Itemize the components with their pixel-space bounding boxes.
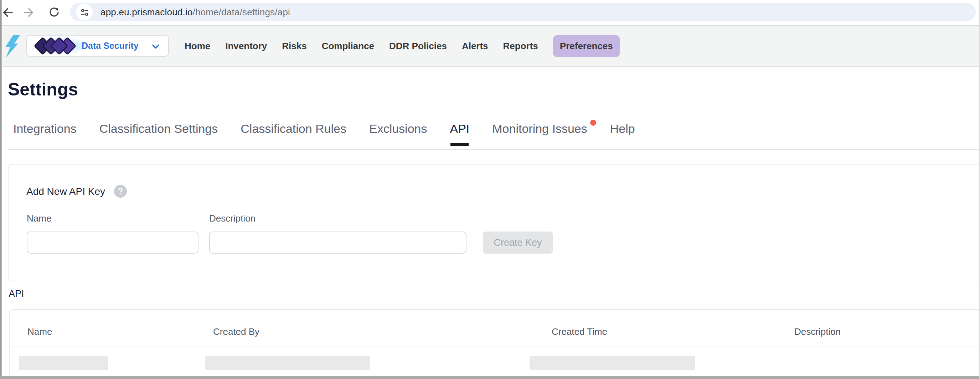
- description-field-label: Description: [209, 213, 256, 224]
- table-header-row: Name Created By Created Time Description: [10, 310, 980, 347]
- nav-item-compliance[interactable]: Compliance: [322, 41, 374, 52]
- add-api-key-card: Add New API Key ? Name Description Creat…: [8, 164, 980, 281]
- top-nav: Home Inventory Risks Compliance DDR Poli…: [185, 26, 620, 66]
- tab-api[interactable]: API: [450, 122, 469, 146]
- site-settings-icon[interactable]: [76, 4, 93, 20]
- tab-classification-rules[interactable]: Classification Rules: [240, 122, 346, 146]
- four-diamonds-icon: [37, 40, 74, 52]
- window-bottom-edge: [0, 376, 980, 379]
- nav-item-inventory[interactable]: Inventory: [225, 41, 267, 52]
- url-domain: app.eu.prismacloud.io: [100, 7, 193, 18]
- page-title: Settings: [8, 79, 78, 100]
- product-switcher[interactable]: Data Security: [26, 35, 169, 57]
- help-icon[interactable]: ?: [114, 185, 127, 198]
- nav-item-alerts[interactable]: Alerts: [462, 41, 488, 52]
- back-icon[interactable]: [1, 5, 15, 20]
- column-header-name: Name: [27, 326, 52, 337]
- tab-classification-settings[interactable]: Classification Settings: [99, 122, 218, 146]
- address-bar[interactable]: app.eu.prismacloud.io/home/data/settings…: [70, 3, 976, 21]
- browser-window: app.eu.prismacloud.io/home/data/settings…: [0, 0, 980, 379]
- nav-item-reports[interactable]: Reports: [503, 41, 538, 52]
- add-api-key-title: Add New API Key: [26, 186, 105, 197]
- redacted-cell-placeholder: [19, 356, 108, 370]
- api-keys-table: Name Created By Created Time Description: [9, 309, 980, 379]
- tab-monitoring-issues[interactable]: Monitoring Issues: [492, 122, 587, 146]
- redacted-cell-placeholder: [530, 356, 695, 370]
- nav-item-risks[interactable]: Risks: [282, 41, 307, 52]
- reload-icon[interactable]: [47, 5, 61, 20]
- nav-item-home[interactable]: Home: [185, 41, 210, 52]
- settings-tabs: Integrations Classification Settings Cla…: [13, 122, 635, 146]
- api-section-title: API: [8, 289, 24, 300]
- description-input[interactable]: [209, 232, 466, 254]
- product-switcher-label: Data Security: [82, 41, 138, 51]
- tab-integrations[interactable]: Integrations: [13, 122, 76, 146]
- table-row[interactable]: [10, 347, 980, 379]
- chevron-down-icon: [151, 42, 161, 51]
- forward-icon[interactable]: [21, 5, 36, 20]
- tab-exclusions[interactable]: Exclusions: [369, 122, 427, 146]
- nav-item-ddr-policies[interactable]: DDR Policies: [389, 41, 447, 52]
- url-path: /home/data/settings/api: [193, 7, 290, 18]
- redacted-cell-placeholder: [205, 356, 370, 370]
- column-header-description: Description: [794, 326, 841, 337]
- name-input[interactable]: [27, 232, 199, 254]
- name-field-label: Name: [27, 213, 51, 224]
- prisma-cloud-logo: [3, 32, 21, 60]
- tab-help[interactable]: Help: [610, 122, 635, 146]
- alert-dot: [590, 120, 596, 126]
- column-header-created-time: Created Time: [552, 326, 607, 337]
- tabs-divider: [8, 149, 980, 150]
- window-left-edge: [0, 0, 2, 379]
- browser-toolbar: app.eu.prismacloud.io/home/data/settings…: [0, 0, 980, 26]
- nav-item-preferences[interactable]: Preferences: [553, 35, 620, 57]
- create-key-button[interactable]: Create Key: [483, 232, 553, 254]
- column-header-created-by: Created By: [213, 326, 259, 337]
- url-text: app.eu.prismacloud.io/home/data/settings…: [100, 3, 290, 21]
- tab-monitoring-issues-label: Monitoring Issues: [492, 122, 587, 135]
- app-header: Data Security Home Inventory Risks Compl…: [0, 26, 980, 67]
